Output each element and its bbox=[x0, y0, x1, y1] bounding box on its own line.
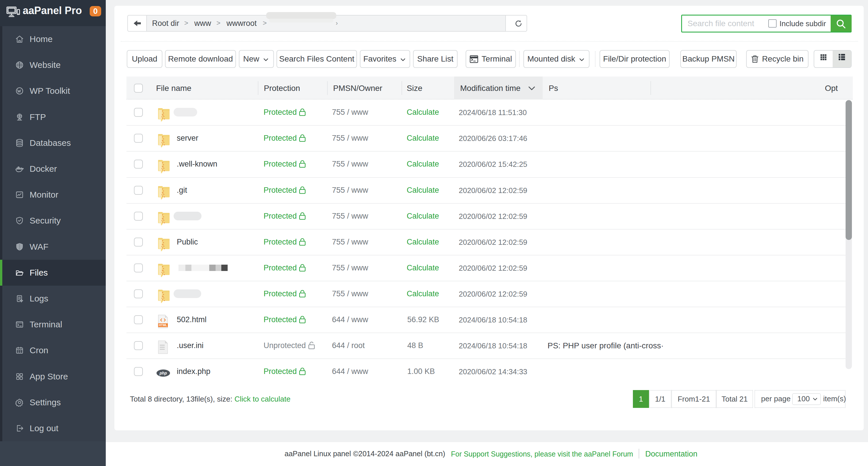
svg-text:php: php bbox=[159, 371, 167, 375]
svg-text:HTML: HTML bbox=[159, 323, 167, 327]
